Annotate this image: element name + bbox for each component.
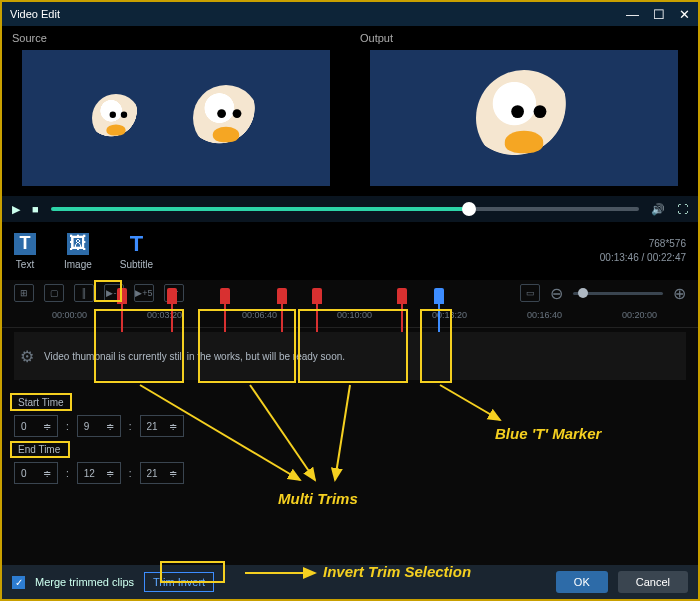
trim-marker[interactable] [167, 288, 177, 304]
skip-fwd-button[interactable]: ▶+5 [134, 284, 154, 302]
text-icon: T [14, 233, 36, 255]
timeline-track[interactable]: ⚙ Video thumbnail is currently still in … [14, 332, 686, 380]
text-marker[interactable] [434, 288, 444, 304]
time-inputs: Start Time 0≑: 9≑: 21≑ End Time 0≑: 12≑:… [2, 386, 698, 488]
end-time-label: End Time [14, 441, 70, 458]
tool-1[interactable]: ⊞ [14, 284, 34, 302]
trim-marker[interactable] [277, 288, 287, 304]
titlebar: Video Edit — ☐ ✕ [2, 2, 698, 26]
close-icon[interactable]: ✕ [679, 7, 690, 22]
timeline[interactable]: 00:00:0000:03:2000:06:4000:10:0000:13:20… [2, 306, 698, 386]
timeline-ruler: 00:00:0000:03:2000:06:4000:10:0000:13:20… [2, 306, 698, 328]
start-min-input[interactable]: 9≑ [77, 415, 121, 437]
minimize-icon[interactable]: — [626, 7, 639, 22]
text-tool[interactable]: T Text [14, 233, 36, 270]
merge-label: Merge trimmed clips [35, 576, 134, 588]
fullscreen-icon[interactable]: ⛶ [677, 203, 688, 215]
volume-icon[interactable]: 🔊 [651, 203, 665, 216]
zoom-slider[interactable] [573, 292, 663, 295]
zoom-in-icon[interactable]: ⊕ [673, 284, 686, 303]
timeline-message: Video thumbnail is currently still in th… [14, 351, 345, 362]
toolbar: T Text 🖼 Image T Subtitle 768*576 00:13:… [2, 222, 698, 280]
crop-tool[interactable]: ▢ [44, 284, 64, 302]
start-sec-input[interactable]: 21≑ [140, 415, 184, 437]
trim-marker[interactable] [220, 288, 230, 304]
start-time-label: Start Time [14, 394, 70, 411]
window-title: Video Edit [10, 8, 60, 20]
trim-marker[interactable] [397, 288, 407, 304]
end-hour-input[interactable]: 0≑ [14, 462, 58, 484]
view-tool[interactable]: ▭ [520, 284, 540, 302]
merge-checkbox[interactable]: ✓ [12, 576, 25, 589]
ok-button[interactable]: OK [556, 571, 608, 593]
end-sec-input[interactable]: 21≑ [140, 462, 184, 484]
trim-marker[interactable] [312, 288, 322, 304]
source-preview [22, 50, 330, 186]
resolution-label: 768*576 [600, 237, 686, 251]
split-tool[interactable]: ║ [74, 284, 94, 302]
subtitle-icon: T [125, 233, 147, 255]
settings-icon[interactable]: ⚙ [20, 347, 34, 366]
trim-invert-button[interactable]: Trim Invert [144, 572, 214, 592]
zoom-out-icon[interactable]: ⊖ [550, 284, 563, 303]
playback-bar: ▶ ■ 🔊 ⛶ [2, 196, 698, 222]
stop-button[interactable]: ■ [32, 203, 39, 215]
progress-slider[interactable] [51, 207, 639, 211]
play-button[interactable]: ▶ [12, 203, 20, 216]
end-min-input[interactable]: 12≑ [77, 462, 121, 484]
edit-bar: ⊞ ▢ ║ ▶-5 ▶+5 🗑 ▭ ⊖ ⊕ [2, 280, 698, 306]
start-hour-input[interactable]: 0≑ [14, 415, 58, 437]
cancel-button[interactable]: Cancel [618, 571, 688, 593]
image-tool[interactable]: 🖼 Image [64, 233, 92, 270]
output-label: Output [350, 26, 698, 50]
time-info: 00:13:46 / 00:22:47 [600, 251, 686, 265]
source-label: Source [2, 26, 350, 50]
maximize-icon[interactable]: ☐ [653, 7, 665, 22]
subtitle-tool[interactable]: T Subtitle [120, 233, 153, 270]
output-preview [370, 50, 678, 186]
footer: ✓ Merge trimmed clips Trim Invert OK Can… [2, 565, 698, 599]
trim-marker[interactable] [117, 288, 127, 304]
image-icon: 🖼 [67, 233, 89, 255]
preview-panes: Source Output [2, 26, 698, 196]
